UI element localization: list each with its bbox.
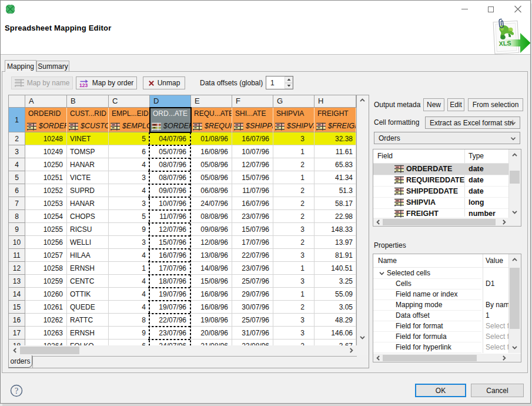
- svg-text:XLS: XLS: [498, 39, 511, 47]
- svg-text:123: 123: [79, 82, 88, 88]
- svg-text:?: ?: [15, 387, 18, 395]
